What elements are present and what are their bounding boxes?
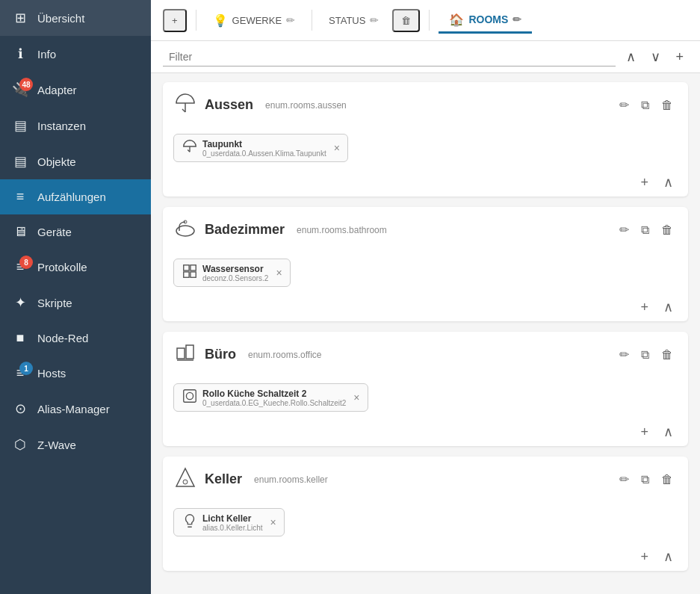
room-copy-btn-keller[interactable]: ⧉	[636, 469, 654, 489]
aufzahlungen-icon: ≡	[12, 189, 28, 205]
room-edit-btn-aussen[interactable]: ✏	[615, 95, 634, 115]
divider-2	[312, 10, 312, 31]
member-chip-icon	[182, 388, 198, 407]
status-edit-icon[interactable]: ✏	[370, 14, 379, 26]
room-collapse-btn-aussen[interactable]: ∧	[659, 173, 678, 192]
room-delete-btn-aussen[interactable]: 🗑	[657, 95, 678, 115]
member-chip-icon	[182, 138, 198, 158]
divider-1	[196, 10, 196, 31]
room-enum-badezimmer: enum.rooms.bathroom	[297, 225, 387, 235]
gewerke-tab[interactable]: 💡 GEWERKE ✏	[205, 9, 303, 32]
room-icon-aussen	[173, 91, 197, 119]
room-copy-btn-badezimmer[interactable]: ⧉	[636, 220, 654, 240]
room-header-buro: Büroenum.rooms.office✏⧉🗑	[163, 332, 688, 377]
member-chip-info: Wassersensordeconz.0.Sensors.2	[202, 264, 268, 282]
room-edit-btn-keller[interactable]: ✏	[615, 469, 634, 489]
rooms-content: Aussenenum.rooms.aussen✏⧉🗑 Taupunkt0_use…	[151, 73, 700, 594]
room-footer-aussen: +∧	[163, 168, 688, 197]
room-copy-btn-buro[interactable]: ⧉	[636, 344, 654, 365]
room-collapse-btn-badezimmer[interactable]: ∧	[659, 297, 678, 317]
room-delete-btn-buro[interactable]: 🗑	[657, 344, 678, 365]
room-add-member-btn-aussen[interactable]: +	[636, 173, 653, 192]
sidebar-item-node-red[interactable]: ■Node-Red	[0, 321, 151, 356]
member-chip: Wassersensordeconz.0.Sensors.2×	[173, 259, 291, 287]
plus-icon: +	[172, 15, 178, 26]
room-header-badezimmer: Badezimmerenum.rooms.bathroom✏⧉🗑	[163, 207, 688, 253]
skripte-icon: ✦	[12, 294, 28, 311]
room-members-buro: Rollo Küche Schaltzeit 20_userdata.0.EG_…	[163, 377, 688, 418]
sidebar-item-z-wave[interactable]: ⬡Z-Wave	[0, 427, 151, 462]
room-icon-badezimmer	[173, 216, 197, 244]
sidebar-item-skripte[interactable]: ✦Skripte	[0, 285, 151, 321]
room-icon-keller	[173, 465, 197, 493]
member-chip: Rollo Küche Schaltzeit 20_userdata.0.EG_…	[173, 383, 368, 412]
member-chip-close-btn[interactable]: ×	[270, 516, 276, 528]
skripte-label: Skripte	[37, 297, 72, 309]
room-edit-btn-badezimmer[interactable]: ✏	[615, 220, 634, 240]
member-chip-info: Rollo Küche Schaltzeit 20_userdata.0.EG_…	[202, 389, 346, 407]
svg-point-14	[186, 392, 193, 399]
member-chip-path: 0_userdata.0.EG_Kueche.Rollo.Schaltzeit2	[202, 399, 346, 407]
room-collapse-btn-buro[interactable]: ∧	[659, 422, 678, 442]
info-label: Info	[37, 48, 56, 61]
filter-down-btn[interactable]: ∨	[646, 47, 665, 66]
sidebar-item-alias-manager[interactable]: ⊙Alias-Manager	[0, 391, 151, 427]
svg-point-16	[183, 480, 188, 484]
room-title-badezimmer: Badezimmer	[205, 222, 285, 238]
rooms-edit-icon[interactable]: ✏	[512, 13, 521, 25]
add-button[interactable]: +	[163, 9, 187, 32]
sidebar-item-adapter[interactable]: 🔌48Adapter	[0, 72, 151, 108]
member-chip-close-btn[interactable]: ×	[353, 392, 359, 403]
main-content: + 💡 GEWERKE ✏ STATUS ✏ 🗑 🏠 ROOMS ✏ ∧ ∨ +	[151, 0, 700, 594]
room-enum-buro: enum.rooms.office	[248, 350, 322, 360]
sidebar-item-gerate[interactable]: 🖥Geräte	[0, 214, 151, 250]
divider-3	[429, 10, 430, 31]
room-delete-btn-badezimmer[interactable]: 🗑	[657, 220, 678, 240]
sidebar-item-info[interactable]: ℹInfo	[0, 36, 151, 72]
sidebar-item-ubersicht[interactable]: ⊞Übersicht	[0, 0, 151, 36]
adapter-label: Adapter	[37, 84, 77, 96]
room-members-badezimmer: Wassersensordeconz.0.Sensors.2×	[163, 253, 688, 293]
filter-up-btn[interactable]: ∧	[622, 47, 640, 66]
sidebar-item-protokolle[interactable]: ≡8Protokolle	[0, 250, 151, 285]
sidebar-item-instanzen[interactable]: ▤Instanzen	[0, 108, 151, 143]
member-chip-close-btn[interactable]: ×	[276, 267, 282, 279]
aufzahlungen-label: Aufzählungen	[37, 191, 106, 203]
room-actions-badezimmer: ✏⧉🗑	[615, 220, 678, 240]
delete-toolbar-btn[interactable]: 🗑	[392, 9, 420, 32]
room-edit-btn-buro[interactable]: ✏	[615, 344, 634, 365]
member-chip-info: Licht Kelleralias.0.Keller.Licht	[202, 513, 263, 532]
member-chip-icon	[182, 263, 198, 282]
status-label: STATUS	[329, 15, 365, 26]
sidebar-item-objekte[interactable]: ▤Objekte	[0, 143, 151, 179]
info-icon: ℹ	[12, 46, 28, 62]
z-wave-label: Z-Wave	[37, 439, 76, 451]
room-actions-keller: ✏⧉🗑	[615, 469, 678, 489]
room-copy-btn-aussen[interactable]: ⧉	[636, 95, 654, 115]
member-chip-info: Taupunkt0_userdata.0.Aussen.Klima.Taupun…	[202, 139, 326, 158]
objekte-label: Objekte	[37, 155, 76, 168]
room-add-member-btn-buro[interactable]: +	[636, 423, 653, 442]
room-members-aussen: Taupunkt0_userdata.0.Aussen.Klima.Taupun…	[163, 128, 688, 168]
room-title-keller: Keller	[205, 471, 242, 487]
gewerke-edit-icon[interactable]: ✏	[286, 14, 295, 26]
objekte-icon: ▤	[12, 153, 28, 170]
filter-input[interactable]	[163, 48, 616, 66]
room-actions-buro: ✏⧉🗑	[615, 344, 678, 365]
room-add-member-btn-keller[interactable]: +	[636, 548, 653, 566]
sidebar-item-aufzahlungen[interactable]: ≡Aufzählungen	[0, 179, 151, 214]
node-red-icon: ■	[12, 330, 28, 346]
filter-add-btn[interactable]: +	[671, 48, 688, 66]
room-card-badezimmer: Badezimmerenum.rooms.bathroom✏⧉🗑 Wassers…	[163, 207, 688, 321]
room-delete-btn-keller[interactable]: 🗑	[657, 469, 678, 489]
gewerke-label: GEWERKE	[232, 15, 282, 26]
member-chip-name: Wassersensor	[202, 264, 268, 274]
member-chip-close-btn[interactable]: ×	[334, 142, 340, 154]
room-collapse-btn-keller[interactable]: ∧	[659, 547, 678, 566]
sidebar-item-hosts[interactable]: ≡1Hosts	[0, 356, 151, 391]
room-add-member-btn-badezimmer[interactable]: +	[636, 298, 653, 317]
rooms-tab[interactable]: 🏠 ROOMS ✏	[439, 8, 532, 34]
member-chip-name: Licht Keller	[202, 513, 263, 524]
status-tab[interactable]: STATUS ✏	[321, 10, 386, 31]
ubersicht-label: Übersicht	[37, 12, 84, 25]
